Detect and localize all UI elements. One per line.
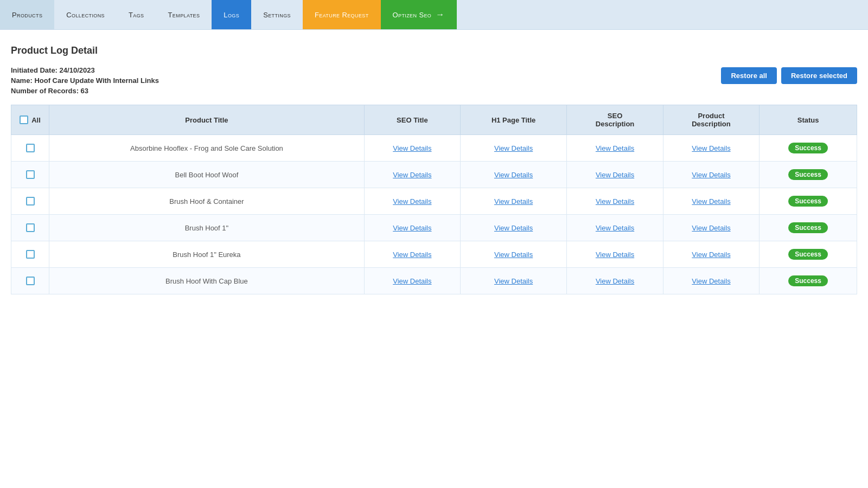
row-product-title: Brush Hoof 1" bbox=[49, 215, 365, 241]
row-product-description[interactable]: View Details bbox=[663, 215, 759, 241]
table-row: Brush Hoof & ContainerView DetailsView D… bbox=[11, 188, 857, 215]
table-row: Absorbine Hooflex - Frog and Sole Care S… bbox=[11, 135, 857, 162]
nav-item-optizen-seo[interactable]: Optizen Seo → bbox=[381, 0, 457, 29]
header-h1-page-title: H1 Page Title bbox=[460, 105, 566, 135]
row-product-title: Bell Boot Hoof Woof bbox=[49, 162, 365, 188]
row-seo-description[interactable]: View Details bbox=[567, 268, 663, 294]
records-label: Number of Records: bbox=[11, 87, 79, 95]
nav-item-collections[interactable]: Collections bbox=[54, 0, 117, 29]
row-h1-page-title[interactable]: View Details bbox=[460, 215, 566, 241]
name-value: Hoof Care Update With Internal Links bbox=[34, 76, 159, 85]
row-seo-description[interactable]: View Details bbox=[567, 135, 663, 162]
row-seo-title[interactable]: View Details bbox=[364, 188, 460, 215]
name-label: Name: bbox=[11, 76, 33, 85]
actions-block: Restore all Restore selected bbox=[721, 66, 857, 84]
initiated-date-row: Initiated Date: 24/10/2023 bbox=[11, 66, 159, 74]
row-product-description[interactable]: View Details bbox=[663, 135, 759, 162]
meta-block: Initiated Date: 24/10/2023 Name: Hoof Ca… bbox=[11, 66, 159, 97]
header-product-title: Product Title bbox=[49, 105, 365, 135]
nav-item-feature-request[interactable]: Feature Request bbox=[303, 0, 381, 29]
status-badge: Success bbox=[788, 275, 828, 286]
table-header-row: All Product Title SEO Title H1 Page Titl… bbox=[11, 105, 857, 135]
row-seo-description[interactable]: View Details bbox=[567, 215, 663, 241]
nav-item-templates[interactable]: Templates bbox=[156, 0, 212, 29]
row-product-title: Brush Hoof With Cap Blue bbox=[49, 268, 365, 294]
row-product-description[interactable]: View Details bbox=[663, 188, 759, 215]
row-checkbox[interactable] bbox=[26, 250, 35, 259]
main-content: Product Log Detail Initiated Date: 24/10… bbox=[0, 30, 868, 305]
row-seo-description[interactable]: View Details bbox=[567, 241, 663, 268]
header-seo-description: SEODescription bbox=[567, 105, 663, 135]
product-log-table: All Product Title SEO Title H1 Page Titl… bbox=[11, 105, 857, 294]
header-checkbox-cell: All bbox=[11, 105, 49, 135]
row-h1-page-title[interactable]: View Details bbox=[460, 268, 566, 294]
status-badge: Success bbox=[788, 143, 828, 153]
row-status: Success bbox=[760, 162, 857, 188]
row-checkbox-cell bbox=[11, 162, 49, 188]
initiated-date-value: 24/10/2023 bbox=[60, 66, 95, 74]
row-checkbox-cell bbox=[11, 188, 49, 215]
row-seo-title[interactable]: View Details bbox=[364, 241, 460, 268]
row-h1-page-title[interactable]: View Details bbox=[460, 188, 566, 215]
header-seo-title: SEO Title bbox=[364, 105, 460, 135]
select-all-checkbox[interactable] bbox=[20, 115, 28, 124]
restore-all-button[interactable]: Restore all bbox=[721, 67, 776, 84]
header-status: Status bbox=[760, 105, 857, 135]
header-product-description: ProductDescription bbox=[663, 105, 759, 135]
row-seo-title[interactable]: View Details bbox=[364, 135, 460, 162]
row-product-title: Absorbine Hooflex - Frog and Sole Care S… bbox=[49, 135, 365, 162]
row-checkbox-cell bbox=[11, 135, 49, 162]
nav-bar: Products Collections Tags Templates Logs… bbox=[0, 0, 868, 30]
initiated-date-label: Initiated Date: bbox=[11, 66, 58, 74]
status-badge: Success bbox=[788, 169, 828, 180]
row-checkbox[interactable] bbox=[26, 277, 35, 285]
table-row: Brush Hoof 1" EurekaView DetailsView Det… bbox=[11, 241, 857, 268]
row-checkbox-cell bbox=[11, 241, 49, 268]
row-status: Success bbox=[760, 215, 857, 241]
status-badge: Success bbox=[788, 222, 828, 233]
table-row: Bell Boot Hoof WoofView DetailsView Deta… bbox=[11, 162, 857, 188]
restore-selected-button[interactable]: Restore selected bbox=[781, 67, 857, 84]
status-badge: Success bbox=[788, 249, 828, 260]
row-product-description[interactable]: View Details bbox=[663, 241, 759, 268]
arrow-icon: → bbox=[436, 10, 444, 20]
row-product-description[interactable]: View Details bbox=[663, 268, 759, 294]
row-checkbox[interactable] bbox=[26, 223, 35, 232]
nav-item-logs[interactable]: Logs bbox=[212, 0, 251, 29]
row-seo-description[interactable]: View Details bbox=[567, 188, 663, 215]
row-seo-title[interactable]: View Details bbox=[364, 215, 460, 241]
row-product-title: Brush Hoof 1" Eureka bbox=[49, 241, 365, 268]
row-seo-description[interactable]: View Details bbox=[567, 162, 663, 188]
name-row: Name: Hoof Care Update With Internal Lin… bbox=[11, 76, 159, 85]
row-seo-title[interactable]: View Details bbox=[364, 268, 460, 294]
table-row: Brush Hoof With Cap BlueView DetailsView… bbox=[11, 268, 857, 294]
table-row: Brush Hoof 1"View DetailsView DetailsVie… bbox=[11, 215, 857, 241]
row-h1-page-title[interactable]: View Details bbox=[460, 241, 566, 268]
row-status: Success bbox=[760, 241, 857, 268]
records-value: 63 bbox=[81, 87, 88, 95]
row-checkbox[interactable] bbox=[26, 197, 35, 206]
row-status: Success bbox=[760, 188, 857, 215]
nav-item-settings[interactable]: Settings bbox=[251, 0, 303, 29]
row-seo-title[interactable]: View Details bbox=[364, 162, 460, 188]
top-section: Initiated Date: 24/10/2023 Name: Hoof Ca… bbox=[11, 66, 857, 97]
nav-item-products[interactable]: Products bbox=[0, 0, 54, 29]
row-checkbox-cell bbox=[11, 215, 49, 241]
status-badge: Success bbox=[788, 196, 828, 207]
row-status: Success bbox=[760, 268, 857, 294]
page-title: Product Log Detail bbox=[11, 45, 857, 56]
row-h1-page-title[interactable]: View Details bbox=[460, 162, 566, 188]
row-h1-page-title[interactable]: View Details bbox=[460, 135, 566, 162]
row-checkbox-cell bbox=[11, 268, 49, 294]
row-product-title: Brush Hoof & Container bbox=[49, 188, 365, 215]
all-label: All bbox=[31, 116, 41, 124]
nav-item-tags[interactable]: Tags bbox=[117, 0, 156, 29]
row-product-description[interactable]: View Details bbox=[663, 162, 759, 188]
row-checkbox[interactable] bbox=[26, 144, 35, 152]
records-row: Number of Records: 63 bbox=[11, 87, 159, 95]
row-checkbox[interactable] bbox=[26, 170, 35, 179]
row-status: Success bbox=[760, 135, 857, 162]
